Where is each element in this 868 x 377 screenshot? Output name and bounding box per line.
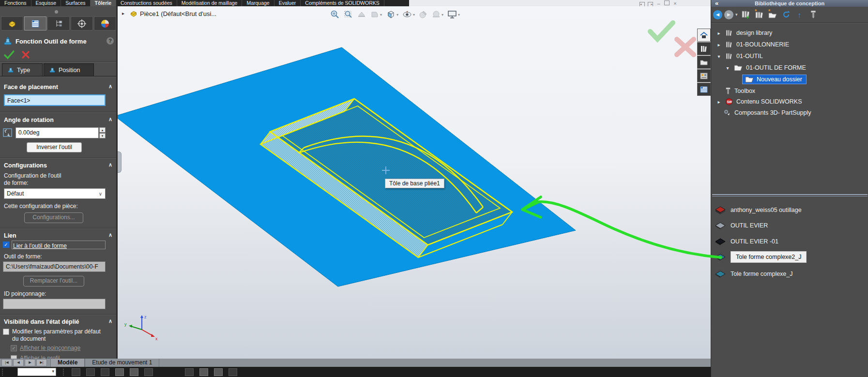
tree-item-partsupply[interactable]: Composants 3D- PartSupply: [711, 107, 868, 119]
panel-drag-handle[interactable]: [55, 10, 58, 14]
show-punch-checkbox[interactable]: ✓: [11, 345, 17, 351]
status-tool-icon[interactable]: [228, 368, 237, 376]
angle-spin-up[interactable]: ▴: [99, 127, 106, 133]
property-manager-tab[interactable]: [24, 16, 46, 30]
tab-evaluer[interactable]: Evaluer: [274, 0, 301, 6]
angle-spin-down[interactable]: ▾: [99, 133, 106, 138]
collapse-chevron-icon[interactable]: ∧: [108, 318, 112, 324]
add-file-location-icon[interactable]: +: [740, 9, 751, 20]
cancel-icon[interactable]: [21, 50, 30, 59]
help-icon[interactable]: ?: [107, 37, 114, 45]
status-tool-icon[interactable]: [130, 368, 138, 376]
tree-expand-arrow-icon[interactable]: ▸: [122, 11, 124, 16]
toolbox-bolt-icon[interactable]: [807, 9, 819, 20]
status-combobox[interactable]: ▾: [17, 368, 56, 376]
ok-icon[interactable]: [3, 50, 15, 60]
collapse-chevron-icon[interactable]: ∧: [108, 232, 112, 238]
status-tool-icon[interactable]: [72, 368, 80, 376]
view-palette-tab[interactable]: [697, 69, 711, 82]
prev-tab-button[interactable]: ◀: [13, 359, 24, 366]
sheet-metal-part[interactable]: [118, 47, 576, 287]
forward-icon[interactable]: ▶: [724, 10, 733, 19]
up-level-icon[interactable]: ↑: [794, 9, 806, 20]
create-library-icon[interactable]: *: [753, 9, 765, 20]
dimxpert-manager-tab[interactable]: [71, 16, 93, 30]
collapse-chevron-icon[interactable]: ∧: [108, 162, 112, 168]
tree-item-boulonnerie[interactable]: ▸ 01-BOULONNERIE: [711, 39, 868, 50]
panel-splitter-handle[interactable]: [118, 151, 122, 173]
zoom-fit-icon[interactable]: [330, 10, 340, 20]
library-item-selected[interactable]: Tole forme complexe2_J: [711, 249, 868, 265]
view-orientation-icon[interactable]: ▾: [385, 9, 398, 20]
view-settings-icon[interactable]: ▾: [447, 10, 460, 19]
edit-appearance-icon[interactable]: [418, 10, 428, 19]
graphics-area[interactable]: z y x ▸ Pièce1 (Défaut<Brut d'usi...: [118, 6, 711, 359]
modify-defaults-checkbox[interactable]: [3, 329, 9, 335]
confirmation-ok-icon[interactable]: [650, 23, 673, 39]
home-tab[interactable]: [697, 29, 711, 42]
status-tool-icon[interactable]: [86, 368, 95, 376]
status-tool-icon[interactable]: [144, 368, 153, 376]
tree-item-contenu-solidworks[interactable]: ▸ SW Contenu SOLIDWORKS: [711, 96, 868, 107]
confirmation-cancel-icon[interactable]: [677, 39, 694, 55]
section-view-icon[interactable]: [357, 10, 366, 19]
first-tab-button[interactable]: |◀: [1, 359, 12, 366]
section-cut-icon[interactable]: ▾: [370, 10, 382, 19]
library-item[interactable]: anthony_weiss05 outillage: [711, 202, 868, 218]
tab-esquisse[interactable]: Esquisse: [31, 0, 61, 6]
form-tool-path-input[interactable]: C:\Users\fmaizaud\Documents\00-F: [3, 261, 106, 272]
tab-marquage[interactable]: Marquage: [242, 0, 274, 6]
tab-modelisation-maillage[interactable]: Modélisation de maillage: [177, 0, 243, 6]
motion-study-tab[interactable]: Etude de mouvement 1: [85, 359, 159, 367]
placement-face-input[interactable]: Face<1>: [4, 94, 106, 106]
zoom-area-icon[interactable]: [343, 10, 353, 20]
tab-surfaces[interactable]: Surfaces: [61, 0, 90, 6]
tree-item-nouveau-dossier[interactable]: Nouveau dossier: [711, 74, 868, 85]
tab-position[interactable]: Position: [44, 63, 94, 76]
back-icon[interactable]: ◀: [713, 10, 722, 19]
refresh-icon[interactable]: [780, 9, 792, 20]
configurations-button[interactable]: Configurations...: [24, 212, 83, 223]
collapse-pane-icon[interactable]: «: [715, 0, 718, 7]
tool-config-select[interactable]: Défaut ∨: [4, 188, 106, 199]
display-style-icon[interactable]: ▾: [402, 10, 415, 19]
status-tool-icon[interactable]: [199, 368, 208, 376]
configuration-manager-tab[interactable]: [47, 16, 70, 30]
collapse-chevron-icon[interactable]: ∧: [108, 116, 112, 122]
model-tab[interactable]: Modèle: [50, 359, 85, 367]
tree-item-outil[interactable]: ▾ 01-OUTIL: [711, 50, 868, 62]
status-tool-icon[interactable]: [214, 368, 223, 376]
collapse-chevron-icon[interactable]: ∧: [108, 83, 112, 90]
collapse-icon[interactable]: ▾: [725, 65, 731, 71]
feature-manager-tab[interactable]: [1, 16, 23, 30]
expand-icon[interactable]: ▸: [716, 30, 722, 36]
library-item[interactable]: Tole forme complexe_J: [711, 266, 868, 282]
tree-item-outil-de-forme[interactable]: ▾ 01-OUTIL DE FORME: [711, 62, 868, 74]
tab-tolerie[interactable]: Tôlerie: [91, 0, 116, 6]
replace-tool-button[interactable]: Remplacer l'outil...: [23, 276, 84, 287]
status-tool-icon[interactable]: [101, 368, 109, 376]
tab-constructions-soudees[interactable]: Constructions soudées: [116, 0, 177, 6]
design-library-tab[interactable]: [697, 42, 711, 55]
status-tool-icon[interactable]: [185, 368, 194, 376]
expand-icon[interactable]: ▸: [716, 99, 722, 105]
tab-type[interactable]: Type: [2, 63, 43, 76]
history-caret-icon[interactable]: ▾: [735, 12, 738, 17]
new-folder-icon[interactable]: *: [767, 9, 778, 20]
invert-tool-button[interactable]: Inverser l'outil: [27, 142, 82, 152]
file-explorer-tab[interactable]: [697, 56, 711, 69]
scene-icon[interactable]: ▾: [431, 10, 443, 19]
show-profile-checkbox[interactable]: [11, 355, 17, 359]
pane-splitter[interactable]: [712, 194, 868, 196]
tree-item-design-library[interactable]: ▸ design library: [711, 27, 868, 39]
link-checkbox[interactable]: ✓: [3, 241, 9, 248]
display-manager-tab[interactable]: [94, 16, 116, 30]
library-item[interactable]: OUTIL EVIER -01: [711, 234, 868, 249]
punch-id-input[interactable]: [3, 299, 106, 309]
library-item[interactable]: OUTIL EVIER: [711, 218, 868, 233]
feature-tree-root[interactable]: Pièce1 (Défaut<Brut d'usi...: [140, 10, 216, 17]
status-tool-icon[interactable]: [115, 368, 124, 376]
rotation-angle-input[interactable]: 0.00deg: [15, 127, 99, 138]
expand-icon[interactable]: ▸: [716, 42, 722, 47]
tab-complements[interactable]: Compléments de SOLIDWORKS: [301, 0, 384, 6]
